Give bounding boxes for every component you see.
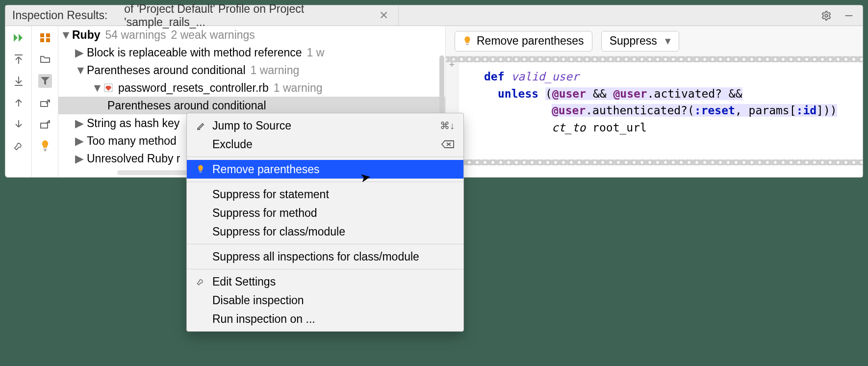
menu-label: Suppress for method [212,207,455,220]
chevron-down-icon[interactable]: ▼ [92,81,99,95]
quickfix-label: Remove parentheses [477,34,584,48]
quickfix-button[interactable]: Remove parentheses [455,31,592,52]
menu-remove-parentheses[interactable]: Remove parentheses [187,160,463,179]
minimize-icon[interactable] [842,9,856,23]
preview-pane: Remove parentheses Suppress ▾ + def vali… [446,26,863,177]
chevron-right-icon[interactable]: ▶ [75,152,82,165]
tree-suffix: 1 warning [251,64,300,77]
menu-label: Jump to Source [212,119,433,132]
menu-edit-settings[interactable]: Edit Settings [187,272,463,291]
truncated-top-icon [446,56,863,62]
menu-label: Suppress for class/module [212,225,455,238]
backspace-icon [441,140,455,149]
tree-label: Too many method [87,134,177,148]
menu-label: Run inspection on ... [212,313,455,326]
svg-rect-11 [44,150,46,151]
group-by-icon[interactable] [38,31,52,45]
toolbar-col-1 [5,26,32,177]
tree-label: Block is replaceable with method referen… [87,46,302,59]
bulb-icon[interactable] [38,139,52,153]
filter-icon[interactable] [38,74,52,88]
panel-title: Inspection Results: [5,5,114,26]
menu-label: Edit Settings [212,275,455,288]
close-icon[interactable]: ✕ [379,9,388,22]
chevron-right-icon[interactable]: ▶ [75,117,82,130]
wrench-icon[interactable] [12,139,26,153]
export-icon[interactable] [38,96,52,109]
menu-label: Suppress for statement [212,188,455,201]
menu-separator [187,269,463,269]
tree-suffix: 1 w [307,46,325,59]
svg-rect-4 [40,33,44,37]
tree-node-block[interactable]: ▶ Block is replaceable with method refer… [58,44,445,61]
menu-suppress-method[interactable]: Suppress for method [187,204,463,222]
svg-rect-7 [46,38,50,42]
menu-label: Remove parentheses [212,163,455,176]
chevron-down-icon: ▾ [665,34,671,48]
tree-root[interactable]: ▼ Ruby 54 warnings 2 weak warnings [58,26,445,44]
menu-separator [187,182,463,182]
rerun-icon[interactable] [12,31,26,45]
svg-rect-8 [41,102,48,106]
tree-root-label: Ruby [72,28,101,42]
tree-label: password_resets_controller.rb [118,81,269,95]
chevron-down-icon[interactable]: ▼ [60,28,67,42]
svg-rect-17 [200,172,202,173]
menu-suppress-statement[interactable]: Suppress for statement [187,185,463,204]
tab-bar: Inspection Results: of 'Project Default'… [5,5,863,26]
tab-profile[interactable]: of 'Project Default' Profile on Project … [114,5,399,26]
menu-label: Exclude [212,138,434,151]
tree-label: Parentheses around conditional [107,99,266,112]
prev-icon[interactable] [12,96,26,109]
context-menu: Jump to Source ⌘↓ Exclude Remove parenth… [186,113,464,332]
menu-separator [187,244,463,244]
code-preview[interactable]: + def valid_user unless (@user && @user.… [446,56,863,177]
wrench-icon [196,277,205,286]
menu-suppress-all[interactable]: Suppress all inspections for class/modul… [187,247,463,266]
svg-rect-10 [44,149,47,150]
chevron-right-icon[interactable]: ▶ [75,46,82,59]
tree-root-suffix1: 54 warnings [105,28,166,42]
truncated-bot-icon [446,159,863,165]
ruby-file-icon [103,83,113,93]
bulb-icon [196,164,205,174]
expand-all-icon[interactable] [12,52,26,66]
collapse-all-icon[interactable] [12,74,26,88]
menu-separator [187,157,463,157]
tree-label: Unresolved Ruby r [87,152,180,165]
menu-suppress-class[interactable]: Suppress for class/module [187,222,463,241]
menu-run-inspection[interactable]: Run inspection on ... [187,310,463,328]
menu-label: Disable inspection [212,294,455,307]
code-line-3: @user.authenticated?(:reset, params[:id]… [484,102,853,119]
action-bar: Remove parentheses Suppress ▾ [446,26,863,56]
chevron-right-icon[interactable]: ▶ [75,134,82,148]
menu-exclude[interactable]: Exclude [187,135,463,154]
edit-icon [196,121,205,130]
tab-label: of 'Project Default' Profile on Project … [124,2,374,29]
import-icon[interactable] [38,117,52,131]
tree-node-issue-selected[interactable]: Parentheses around conditional [58,97,445,114]
menu-disable-inspection[interactable]: Disable inspection [187,291,463,310]
chevron-down-icon[interactable]: ▼ [75,64,82,77]
tree-root-suffix2: 2 weak warnings [171,28,255,42]
code-line-2: unless (@user && @user.activated? && [484,85,853,103]
code-line-1: def valid_user [484,68,853,85]
folder-icon[interactable] [38,52,52,66]
menu-label: Suppress all inspections for class/modul… [212,250,455,263]
svg-rect-13 [466,44,468,45]
menu-jump-to-source[interactable]: Jump to Source ⌘↓ [187,116,463,135]
tree-label: String as hash key [87,117,179,130]
tree-label: Parentheses around conditional [87,64,246,77]
suppress-button[interactable]: Suppress ▾ [601,31,679,52]
bulb-icon [463,36,472,47]
tree-node-parens[interactable]: ▼ Parentheses around conditional 1 warni… [58,61,445,79]
svg-point-0 [825,14,828,17]
menu-shortcut: ⌘↓ [440,120,455,131]
toolbar-col-2 [32,26,58,177]
suppress-label: Suppress [610,34,657,48]
tree-node-file[interactable]: ▼ password_resets_controller.rb 1 warnin… [58,79,445,97]
gear-icon[interactable] [819,9,833,23]
svg-rect-5 [46,33,50,37]
next-icon[interactable] [12,117,26,131]
code-line-4: ct_to root_url [484,119,853,136]
